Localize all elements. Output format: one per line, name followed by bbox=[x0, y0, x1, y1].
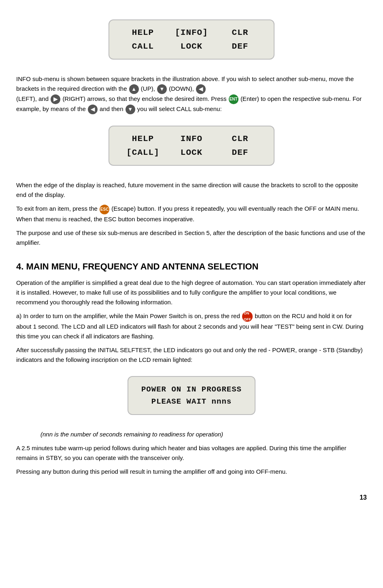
para-selftest: After successfully passing the INITIAL S… bbox=[16, 345, 367, 365]
lcd2-def: DEF bbox=[218, 146, 262, 160]
left-arrow2-icon: ◀ bbox=[88, 105, 98, 114]
para-edge-scroll: When the edge of the display is reached,… bbox=[16, 180, 367, 200]
lcd2-clr: CLR bbox=[218, 132, 262, 146]
para-exit-esc: To exit from an item, press the ESC (Esc… bbox=[16, 204, 367, 224]
up-arrow-icon: ▲ bbox=[129, 84, 139, 94]
lcd1-lock: LOCK bbox=[169, 40, 214, 53]
nnn-note: (nnn is the number of seconds remaining … bbox=[40, 430, 367, 439]
on-off-btn-icon: ONOFF bbox=[242, 311, 253, 322]
lcd-display-3: POWER ON IN PROGRESS PLEASE WAIT nnns bbox=[16, 369, 367, 423]
lcd3-row1: POWER ON IN PROGRESS bbox=[141, 383, 242, 396]
section-4-heading: 4. MAIN MENU, FREQUENCY AND ANTENNA SELE… bbox=[16, 260, 367, 273]
page-number: 13 bbox=[16, 493, 367, 502]
lcd3-row2: PLEASE WAIT nnns bbox=[141, 396, 242, 408]
para-automation: Operation of the amplifier is simplified… bbox=[16, 278, 367, 307]
enter-btn-icon: ENT bbox=[229, 94, 238, 104]
para-button-off: Pressing any button during this period w… bbox=[16, 467, 367, 477]
lcd2-help: HELP bbox=[121, 132, 165, 146]
esc-btn-icon: ESC bbox=[100, 205, 109, 214]
lcd1-def: DEF bbox=[218, 40, 262, 53]
lcd-display-1: HELP [INFO] CLR CALL LOCK DEF bbox=[16, 12, 367, 67]
down-arrow-icon: ▼ bbox=[157, 84, 167, 94]
para-warmup: A 2.5 minutes tube warm-up period follow… bbox=[16, 443, 367, 463]
lcd2-call: [CALL] bbox=[121, 146, 165, 160]
left-arrow-icon: ◀ bbox=[196, 84, 206, 94]
lcd2-info: INFO bbox=[169, 132, 214, 146]
down-arrow2-icon: ▼ bbox=[126, 105, 135, 114]
lcd-display-2: HELP INFO CLR [CALL] LOCK DEF bbox=[16, 118, 367, 173]
lcd1-help: HELP bbox=[121, 26, 165, 40]
para-info-submenu: INFO sub-menu is shown between square br… bbox=[16, 74, 367, 114]
para-turn-on: a) In order to turn on the amplifier, wh… bbox=[16, 311, 367, 341]
lcd1-info: [INFO] bbox=[169, 26, 214, 40]
lcd2-lock: LOCK bbox=[169, 146, 214, 160]
para-six-submenus: The purpose and use of these six sub-men… bbox=[16, 228, 367, 248]
lcd1-clr: CLR bbox=[218, 26, 262, 40]
lcd1-call: CALL bbox=[121, 40, 165, 53]
right-arrow-icon: ▶ bbox=[51, 94, 60, 104]
